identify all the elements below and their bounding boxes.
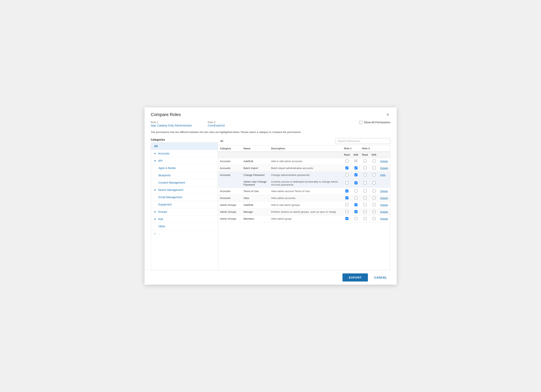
permission-checkbox[interactable] <box>345 167 349 169</box>
permission-checkbox[interactable] <box>345 160 349 162</box>
permission-checkbox[interactable] <box>364 173 366 176</box>
th-r1-edit: Edit <box>352 152 360 158</box>
permission-checkbox[interactable] <box>354 217 358 220</box>
sidebar-item-hub[interactable]: ► Hub <box>151 215 218 223</box>
permission-checkbox[interactable] <box>364 189 366 193</box>
sidebar-item-partial[interactable]: ► ... <box>151 230 218 237</box>
permission-checkbox[interactable] <box>354 196 358 199</box>
cell-description: View admin group <box>269 215 342 222</box>
table-row: Admin GroupsMembersView admin groupDetai… <box>218 215 390 222</box>
permission-checkbox[interactable] <box>373 167 375 169</box>
cell-description: Perform actions on admin groups, such as… <box>269 209 342 215</box>
close-button[interactable]: × <box>385 112 390 117</box>
sidebar-item-content-management[interactable]: Content Management <box>151 179 218 186</box>
search-input[interactable] <box>335 138 390 144</box>
cell-description: View admin account Terms of Use. <box>269 188 342 195</box>
sidebar-item-device-management[interactable]: ► Device Management <box>151 186 218 194</box>
cell-action: Details <box>378 202 390 209</box>
sidebar-item-email-management[interactable]: Email Management <box>151 194 218 201</box>
minus-icon <box>354 160 357 162</box>
sidebar-item-groups[interactable]: ► Groups <box>151 208 218 215</box>
permission-checkbox[interactable] <box>364 196 366 199</box>
chevron-right-icon: ► <box>154 218 156 220</box>
export-button[interactable]: EXPORT <box>343 273 368 282</box>
details-link[interactable]: Details <box>380 210 388 213</box>
sidebar-item-label: Equipment <box>159 203 172 206</box>
permission-checkbox[interactable] <box>373 181 375 184</box>
cell-name: Batch Import <box>242 165 269 172</box>
cell-description: View admin accounts. <box>269 195 342 202</box>
permission-checkbox[interactable] <box>345 217 349 220</box>
permission-checkbox[interactable] <box>364 203 366 206</box>
sidebar-item-label: Device Management <box>158 188 183 192</box>
cell-description: Controls access to dedicated functionali… <box>269 178 342 188</box>
cell-name: Change Password <box>242 172 269 178</box>
details-link[interactable]: Details <box>380 160 388 163</box>
permission-checkbox[interactable] <box>373 160 375 162</box>
permission-checkbox[interactable] <box>345 196 349 199</box>
cell-r2-edit <box>370 209 378 215</box>
permission-checkbox[interactable] <box>345 173 349 176</box>
permission-checkbox[interactable] <box>364 210 366 213</box>
cell-name: Manage <box>242 209 269 215</box>
sidebar-item-all[interactable]: All <box>151 143 218 150</box>
cell-description: Batch import administrative accounts. <box>269 165 342 172</box>
permission-checkbox[interactable] <box>354 210 358 213</box>
sidebar-item-api[interactable]: ► API <box>151 157 218 164</box>
permission-checkbox[interactable] <box>354 173 358 176</box>
permission-checkbox[interactable] <box>354 181 358 184</box>
chevron-right-icon: ► <box>154 210 156 213</box>
cell-r1-read <box>342 178 352 188</box>
cell-r2-edit <box>370 215 378 222</box>
details-link[interactable]: Details <box>380 167 388 170</box>
permission-checkbox[interactable] <box>364 217 366 220</box>
details-link[interactable]: Details <box>380 190 388 193</box>
th-role1-group: Role 1 <box>342 145 360 152</box>
details-link[interactable]: Details <box>380 217 388 220</box>
cell-r1-read <box>342 195 352 202</box>
permission-checkbox[interactable] <box>345 189 349 193</box>
cell-category: Accounts <box>218 165 242 172</box>
right-top-bar: All <box>218 136 390 145</box>
cell-description: Add or edit admin accounts. <box>269 158 342 165</box>
sidebar-item-accounts[interactable]: ► Accounts <box>151 150 218 157</box>
sidebar-item-label: ... <box>158 232 160 235</box>
permission-checkbox[interactable] <box>373 210 375 213</box>
cancel-button[interactable]: CANCEL <box>371 273 390 282</box>
sidebar-item-apps-books[interactable]: Apps & Books <box>151 164 218 172</box>
details-link[interactable]: Details <box>380 204 388 206</box>
permission-checkbox[interactable] <box>373 217 375 220</box>
sidebar-item-label: Content Management <box>159 181 185 184</box>
permission-checkbox[interactable] <box>354 203 358 206</box>
categories-list: All ► Accounts ► API Apps & Books <box>151 142 218 270</box>
permission-checkbox[interactable] <box>373 203 375 206</box>
permission-checkbox[interactable] <box>373 189 375 193</box>
categories-panel: Categories All ► Accounts ► API <box>151 136 218 270</box>
hide-link[interactable]: Hide <box>380 173 386 177</box>
cell-name: Admin User Change Password <box>242 178 269 188</box>
permission-checkbox[interactable] <box>364 160 366 162</box>
th-sub-desc-empty <box>269 152 342 158</box>
permission-checkbox[interactable] <box>345 203 349 206</box>
details-link[interactable]: Details <box>380 197 388 199</box>
permission-checkbox[interactable] <box>364 167 366 169</box>
th-sub-action-empty <box>378 152 390 158</box>
show-all-permissions-checkbox[interactable] <box>359 121 362 124</box>
role2-value[interactable]: ComExpGrid <box>208 124 225 127</box>
sidebar-item-equipment[interactable]: Equipment <box>151 201 218 208</box>
permission-checkbox[interactable] <box>345 210 349 213</box>
cell-r1-edit <box>352 215 360 222</box>
cell-r2-read <box>360 172 370 178</box>
role1-value[interactable]: App Catalog Only Administrator <box>151 124 192 127</box>
cell-r2-read <box>360 158 370 165</box>
permission-checkbox[interactable] <box>345 181 349 184</box>
permission-checkbox[interactable] <box>373 173 375 176</box>
sidebar-item-other[interactable]: Other <box>151 223 218 230</box>
cell-category: Admin Groups <box>218 215 242 222</box>
permission-checkbox[interactable] <box>373 196 375 199</box>
role2-label: Role 2: <box>208 121 225 124</box>
permission-checkbox[interactable] <box>364 181 366 184</box>
permission-checkbox[interactable] <box>354 189 358 193</box>
sidebar-item-blueprints[interactable]: Blueprints <box>151 172 218 179</box>
permission-checkbox[interactable] <box>354 167 358 169</box>
